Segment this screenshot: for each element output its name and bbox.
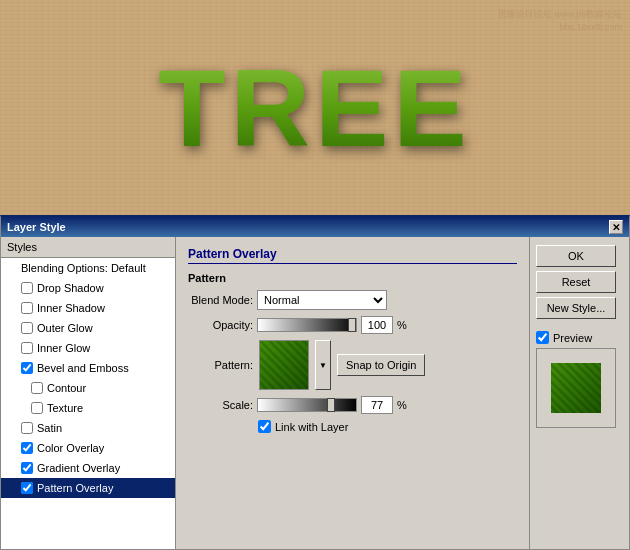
contour-checkbox[interactable] <box>31 382 43 394</box>
left-panel: Styles Blending Options: Default Drop Sh… <box>1 237 176 549</box>
layer-item-label: Inner Glow <box>37 342 90 354</box>
layer-item-label: Inner Shadow <box>37 302 105 314</box>
blend-mode-row: Blend Mode: Normal Multiply Screen Overl… <box>188 290 517 310</box>
preview-checkbox[interactable] <box>536 331 549 344</box>
layer-item-contour[interactable]: Contour <box>1 378 175 398</box>
pattern-dropdown-btn[interactable]: ▼ <box>315 340 331 390</box>
preview-text: Preview <box>553 332 592 344</box>
layer-item-inner-shadow[interactable]: Inner Shadow <box>1 298 175 318</box>
scale-slider[interactable] <box>257 398 357 412</box>
layer-item-bevel-emboss[interactable]: Bevel and Emboss <box>1 358 175 378</box>
layer-item-label: Satin <box>37 422 62 434</box>
watermark-top-right: 思缘设计论坛 www.ps数媒论坛 bbs.16xx8i.com <box>498 8 622 33</box>
inner-glow-checkbox[interactable] <box>21 342 33 354</box>
blend-mode-select[interactable]: Normal Multiply Screen Overlay <box>257 290 387 310</box>
layer-item-inner-glow[interactable]: Inner Glow <box>1 338 175 358</box>
layer-item-drop-shadow[interactable]: Drop Shadow <box>1 278 175 298</box>
blend-mode-label: Blend Mode: <box>188 294 253 306</box>
opacity-percent: % <box>397 319 407 331</box>
gradient-overlay-checkbox[interactable] <box>21 462 33 474</box>
section-title: Pattern Overlay <box>188 247 517 264</box>
dialog-body: Styles Blending Options: Default Drop Sh… <box>1 237 629 549</box>
scale-row: Scale: % <box>188 396 517 414</box>
tree-text: TREE <box>158 44 471 171</box>
link-layer-checkbox[interactable] <box>258 420 271 433</box>
layer-item-color-overlay[interactable]: Color Overlay <box>1 438 175 458</box>
opacity-row: Opacity: % <box>188 316 517 334</box>
pattern-overlay-checkbox[interactable] <box>21 482 33 494</box>
layer-item-label: Gradient Overlay <box>37 462 120 474</box>
layer-list: Blending Options: Default Drop Shadow In… <box>1 258 175 549</box>
dialog-title: Layer Style <box>7 221 66 233</box>
bevel-emboss-checkbox[interactable] <box>21 362 33 374</box>
layer-item-label: Contour <box>47 382 86 394</box>
layer-item-label: Bevel and Emboss <box>37 362 129 374</box>
snap-to-origin-button[interactable]: Snap to Origin <box>337 354 425 376</box>
color-overlay-checkbox[interactable] <box>21 442 33 454</box>
right-panel: OK Reset New Style... Preview <box>529 237 629 549</box>
opacity-slider-container: % <box>257 316 407 334</box>
styles-header[interactable]: Styles <box>1 237 175 258</box>
close-button[interactable]: ✕ <box>609 220 623 234</box>
pattern-label: Pattern: <box>188 359 253 371</box>
preview-label: Preview <box>536 331 592 344</box>
scale-label: Scale: <box>188 399 253 411</box>
opacity-label: Opacity: <box>188 319 253 331</box>
layer-item-blending[interactable]: Blending Options: Default <box>1 258 175 278</box>
inner-shadow-checkbox[interactable] <box>21 302 33 314</box>
subsection-title: Pattern <box>188 272 517 284</box>
layer-item-gradient-overlay[interactable]: Gradient Overlay <box>1 458 175 478</box>
link-layer-label: Link with Layer <box>275 421 348 433</box>
preview-inner <box>551 363 601 413</box>
dialog-titlebar: Layer Style ✕ <box>1 217 629 237</box>
layer-item-texture[interactable]: Texture <box>1 398 175 418</box>
layer-item-label: Drop Shadow <box>37 282 104 294</box>
layer-item-pattern-overlay[interactable]: Pattern Overlay <box>1 478 175 498</box>
layer-item-label: Blending Options: Default <box>21 262 146 274</box>
scale-value-input[interactable] <box>361 396 393 414</box>
ok-button[interactable]: OK <box>536 245 616 267</box>
layer-item-label: Texture <box>47 402 83 414</box>
preview-box <box>536 348 616 428</box>
scale-percent: % <box>397 399 407 411</box>
link-layer-row: Link with Layer <box>258 420 517 433</box>
layer-item-label: Color Overlay <box>37 442 104 454</box>
reset-button[interactable]: Reset <box>536 271 616 293</box>
outer-glow-checkbox[interactable] <box>21 322 33 334</box>
opacity-value-input[interactable] <box>361 316 393 334</box>
canvas-area: TREE 思缘设计论坛 www.ps数媒论坛 bbs.16xx8i.com <box>0 0 630 215</box>
opacity-slider[interactable] <box>257 318 357 332</box>
middle-panel: Pattern Overlay Pattern Blend Mode: Norm… <box>176 237 529 549</box>
drop-shadow-checkbox[interactable] <box>21 282 33 294</box>
layer-style-dialog: Layer Style ✕ Styles Blending Options: D… <box>0 215 630 550</box>
new-style-button[interactable]: New Style... <box>536 297 616 319</box>
layer-item-label: Outer Glow <box>37 322 93 334</box>
layer-item-satin[interactable]: Satin <box>1 418 175 438</box>
satin-checkbox[interactable] <box>21 422 33 434</box>
texture-checkbox[interactable] <box>31 402 43 414</box>
pattern-row: Pattern: ▼ Snap to Origin <box>188 340 517 390</box>
layer-item-outer-glow[interactable]: Outer Glow <box>1 318 175 338</box>
pattern-preview[interactable] <box>259 340 309 390</box>
preview-section: Preview <box>536 331 623 428</box>
scale-slider-container: % <box>257 396 407 414</box>
layer-item-label: Pattern Overlay <box>37 482 113 494</box>
